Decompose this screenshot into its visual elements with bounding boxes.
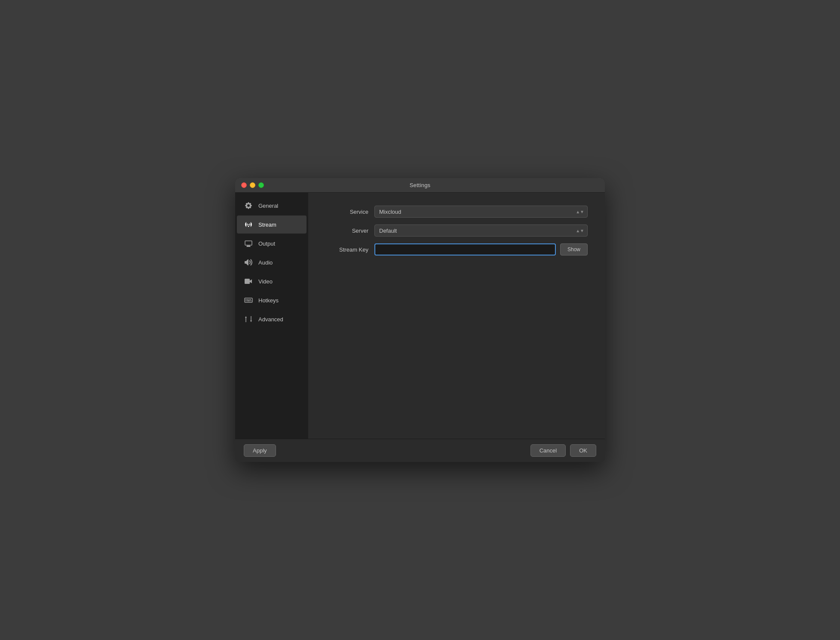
svg-rect-1 — [245, 241, 252, 245]
bottom-bar: Apply Cancel OK — [235, 439, 605, 462]
hotkeys-icon — [244, 295, 253, 305]
titlebar: Settings — [235, 178, 605, 193]
sidebar-hotkeys-label: Hotkeys — [258, 297, 279, 304]
service-select-wrapper: Mixcloud ▲▼ — [374, 206, 588, 218]
settings-window: Settings General Strea — [235, 178, 605, 462]
sidebar-audio-label: Audio — [258, 259, 273, 266]
sidebar: General Stream — [235, 193, 308, 439]
sidebar-item-video[interactable]: Video — [237, 272, 307, 290]
service-label: Service — [325, 209, 368, 215]
main-content: General Stream — [235, 193, 605, 439]
service-select[interactable]: Mixcloud — [374, 206, 588, 218]
maximize-button[interactable] — [258, 182, 264, 188]
svg-rect-10 — [245, 301, 247, 302]
svg-rect-6 — [245, 299, 247, 300]
server-label: Server — [325, 228, 368, 234]
sidebar-advanced-label: Advanced — [258, 316, 283, 323]
minimize-button[interactable] — [250, 182, 255, 188]
server-select-wrapper: Default ▲▼ — [374, 225, 588, 237]
svg-rect-3 — [246, 246, 251, 247]
gear-icon — [244, 201, 253, 210]
traffic-lights — [241, 182, 264, 188]
audio-icon — [244, 258, 253, 267]
svg-rect-8 — [248, 299, 250, 300]
server-control: Default ▲▼ — [374, 225, 588, 237]
ok-button[interactable]: OK — [570, 444, 596, 457]
stream-key-input[interactable] — [374, 243, 556, 255]
sidebar-item-advanced[interactable]: Advanced — [237, 310, 307, 328]
stream-key-row: Stream Key Show — [325, 243, 588, 255]
sidebar-item-general[interactable]: General — [237, 197, 307, 215]
stream-key-control: Show — [374, 243, 588, 255]
svg-point-0 — [248, 226, 249, 227]
svg-rect-5 — [245, 298, 252, 302]
sidebar-output-label: Output — [258, 240, 275, 247]
stream-key-label: Stream Key — [325, 246, 368, 253]
svg-rect-7 — [247, 299, 248, 300]
content-area: Service Mixcloud ▲▼ Server Defa — [308, 193, 605, 439]
video-icon — [244, 277, 253, 286]
service-control: Mixcloud ▲▼ — [374, 206, 588, 218]
advanced-icon — [244, 314, 253, 324]
svg-rect-12 — [251, 301, 252, 302]
sidebar-item-output[interactable]: Output — [237, 234, 307, 252]
svg-rect-4 — [245, 279, 250, 284]
sidebar-item-audio[interactable]: Audio — [237, 253, 307, 271]
svg-rect-9 — [250, 299, 251, 300]
svg-rect-2 — [247, 246, 250, 246]
close-button[interactable] — [241, 182, 247, 188]
output-icon — [244, 239, 253, 248]
svg-rect-11 — [247, 301, 250, 302]
apply-button[interactable]: Apply — [244, 444, 276, 457]
server-row: Server Default ▲▼ — [325, 225, 588, 237]
bottom-right-buttons: Cancel OK — [530, 444, 596, 457]
stream-icon — [244, 220, 253, 229]
show-stream-key-button[interactable]: Show — [560, 243, 588, 255]
sidebar-item-hotkeys[interactable]: Hotkeys — [237, 291, 307, 309]
cancel-button[interactable]: Cancel — [530, 444, 566, 457]
sidebar-video-label: Video — [258, 278, 273, 285]
sidebar-general-label: General — [258, 203, 278, 209]
server-select[interactable]: Default — [374, 225, 588, 237]
sidebar-item-stream[interactable]: Stream — [237, 215, 307, 234]
sidebar-stream-label: Stream — [258, 222, 276, 228]
window-title: Settings — [410, 182, 431, 188]
service-row: Service Mixcloud ▲▼ — [325, 206, 588, 218]
